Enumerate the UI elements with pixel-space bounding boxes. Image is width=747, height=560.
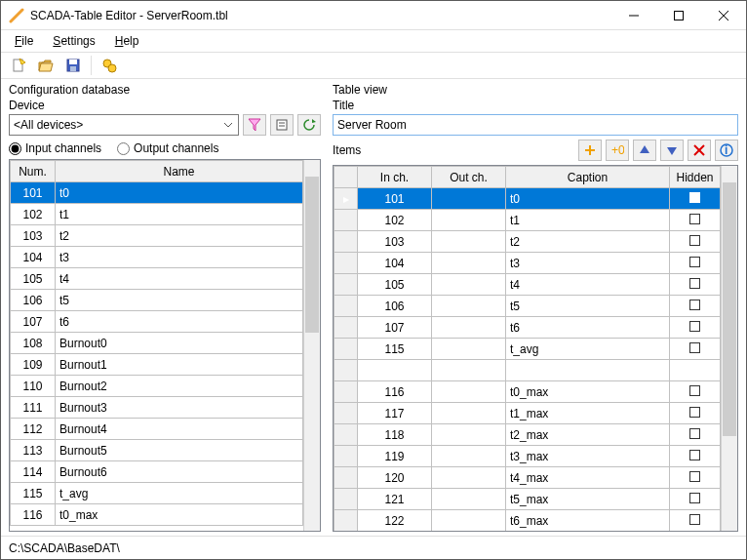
table-row[interactable]: 110Burnout2	[11, 376, 303, 397]
table-row[interactable]: 117t1_max	[334, 403, 721, 424]
device-label: Device	[9, 99, 321, 112]
table-row[interactable]: 111Burnout3	[11, 397, 303, 419]
device-value: <All devices>	[14, 118, 83, 132]
col-hidden[interactable]: Hidden	[670, 167, 721, 188]
menu-file[interactable]: File	[7, 32, 41, 50]
table-row[interactable]: 102t1	[11, 204, 303, 225]
svg-line-0	[11, 10, 22, 21]
filter-button[interactable]	[243, 114, 266, 136]
right-scrollbar[interactable]	[721, 166, 737, 531]
new-button[interactable]	[7, 54, 30, 77]
table-row[interactable]: 114Burnout6	[11, 461, 303, 483]
menu-settings[interactable]: Settings	[45, 32, 102, 50]
tableview-label: Table view	[333, 83, 738, 97]
svg-point-11	[108, 64, 116, 72]
list-button[interactable]	[270, 114, 294, 136]
table-row[interactable]: 102t1	[334, 210, 721, 231]
info-button[interactable]: i	[715, 140, 738, 161]
svg-marker-12	[249, 119, 260, 131]
add-empty-button[interactable]: +0	[606, 140, 629, 161]
table-row[interactable]: 119t3_max	[334, 446, 721, 467]
items-table[interactable]: In ch. Out ch. Caption Hidden ▸101t0102t…	[334, 166, 721, 531]
app-icon	[9, 8, 24, 23]
items-label: Items	[333, 143, 574, 157]
device-combo[interactable]: <All devices>	[9, 114, 239, 136]
col-name[interactable]: Name	[56, 161, 303, 182]
add-item-button[interactable]	[578, 140, 602, 161]
table-row[interactable]: 113Burnout5	[11, 440, 303, 461]
table-row[interactable]: 116t0_max	[334, 381, 721, 403]
table-row[interactable]: 108Burnout0	[11, 333, 303, 354]
settings-button[interactable]	[98, 54, 121, 77]
move-up-button[interactable]	[633, 140, 656, 161]
table-row[interactable]: 101t0	[11, 182, 303, 204]
channels-table[interactable]: Num. Name 101t0102t1103t2104t3105t4106t5…	[10, 160, 303, 526]
table-row[interactable]: 105t4	[11, 268, 303, 290]
table-row[interactable]: 118t2_max	[334, 424, 721, 446]
table-row[interactable]: 112Burnout4	[11, 419, 303, 440]
svg-text:i: i	[725, 143, 727, 157]
left-scrollbar[interactable]	[303, 160, 320, 531]
move-down-button[interactable]	[660, 140, 684, 161]
table-row[interactable]: 115t_avg	[11, 483, 303, 504]
tableview-panel: Table view Title Items +0 i In ch. Out c…	[333, 83, 738, 532]
close-button[interactable]	[701, 1, 746, 30]
menubar: File Settings Help	[1, 30, 746, 52]
table-row[interactable]: 103t2	[334, 231, 721, 253]
table-row[interactable]: 107t6	[334, 317, 721, 339]
col-out[interactable]: Out ch.	[432, 167, 506, 188]
table-row[interactable]: 122t6_max	[334, 510, 721, 532]
maximize-button[interactable]	[656, 1, 701, 30]
table-row[interactable]: 104t3	[334, 253, 721, 274]
svg-rect-8	[69, 60, 77, 64]
svg-rect-9	[70, 66, 76, 71]
table-row[interactable]: 105t4	[334, 274, 721, 296]
radio-input-channels[interactable]: Input channels	[9, 141, 101, 155]
svg-rect-13	[277, 120, 287, 130]
col-in[interactable]: In ch.	[358, 167, 432, 188]
svg-marker-20	[640, 145, 649, 153]
window-title: SCADA-Table Editor - ServerRoom.tbl	[30, 9, 611, 22]
status-path: C:\SCADA\BaseDAT\	[9, 541, 120, 555]
table-row[interactable]: 121t5_max	[334, 489, 721, 510]
svg-rect-2	[675, 11, 684, 20]
table-row[interactable]: 106t5	[334, 296, 721, 317]
svg-text:+0: +0	[611, 143, 624, 157]
table-row[interactable]	[334, 360, 721, 381]
table-row[interactable]: 109Burnout1	[11, 354, 303, 376]
toolbar	[1, 52, 746, 79]
svg-marker-21	[667, 147, 677, 155]
table-row[interactable]: 107t6	[11, 311, 303, 333]
col-marker[interactable]	[334, 167, 358, 188]
config-panel-label: Configuration database	[9, 83, 321, 97]
table-row[interactable]: 104t3	[11, 247, 303, 268]
table-row[interactable]: 115t_avg	[334, 339, 721, 360]
minimize-button[interactable]	[611, 1, 656, 30]
refresh-button[interactable]	[297, 114, 321, 136]
title-label: Title	[333, 99, 738, 112]
menu-help[interactable]: Help	[107, 32, 147, 50]
delete-button[interactable]	[688, 140, 711, 161]
col-caption[interactable]: Caption	[506, 167, 670, 188]
table-row[interactable]: 116t0_max	[11, 504, 303, 526]
table-row[interactable]: 103t2	[11, 225, 303, 247]
title-input[interactable]	[333, 114, 738, 136]
statusbar: C:\SCADA\BaseDAT\	[1, 536, 746, 559]
save-button[interactable]	[61, 54, 85, 77]
col-num[interactable]: Num.	[11, 161, 56, 182]
chevron-down-icon	[219, 117, 236, 134]
config-panel: Configuration database Device <All devic…	[9, 83, 321, 532]
svg-marker-16	[312, 119, 316, 123]
table-row[interactable]: ▸101t0	[334, 188, 721, 210]
radio-output-channels[interactable]: Output channels	[117, 141, 218, 155]
table-row[interactable]: 120t4_max	[334, 467, 721, 489]
open-button[interactable]	[34, 54, 58, 77]
table-row[interactable]: 106t5	[11, 290, 303, 311]
titlebar: SCADA-Table Editor - ServerRoom.tbl	[1, 1, 746, 30]
